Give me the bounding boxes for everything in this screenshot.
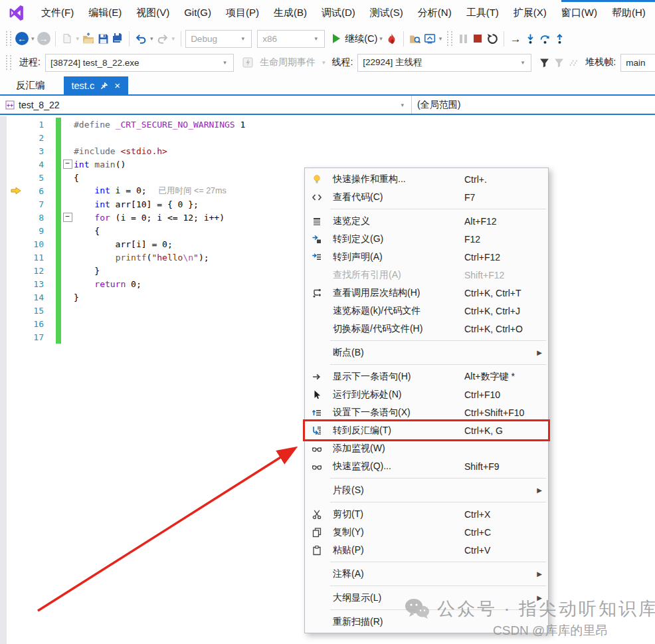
- thread-dropdown[interactable]: [22924] 主线程 ▾: [357, 54, 531, 72]
- menubar-item[interactable]: 扩展(X): [506, 7, 554, 19]
- line-number: 11: [23, 253, 48, 263]
- close-icon[interactable]: ×: [114, 80, 120, 90]
- code-text: #define _CRT_SECURE_NO_WARNINGS 1: [74, 120, 245, 130]
- menu-item[interactable]: 片段(S)▶: [305, 481, 548, 499]
- menu-item[interactable]: 转到定义(G)F12: [305, 230, 548, 248]
- restart-button[interactable]: [485, 29, 500, 48]
- menu-item[interactable]: 查看代码(C)F7: [305, 188, 548, 206]
- debug-location-toolbar: 进程: [38724] test_8_22.exe ▾ 生命周期事件 ▾ 线程:…: [0, 52, 655, 73]
- navigate-back-button[interactable]: ←: [15, 29, 29, 48]
- solution-configuration-dropdown[interactable]: Debug ▾: [185, 30, 252, 48]
- tab-test-c[interactable]: test.c ×: [64, 76, 128, 94]
- filter-threads-button[interactable]: [537, 53, 551, 72]
- pin-icon[interactable]: [100, 82, 108, 90]
- redo-button[interactable]: [155, 29, 170, 48]
- menu-item[interactable]: 快速监视(Q)...Shift+F9: [305, 457, 548, 475]
- menu-item-label: 转到定义(G): [333, 233, 383, 245]
- menu-item-label: 注释(A): [333, 568, 364, 580]
- step-into-icon: [525, 33, 536, 45]
- toolbar-separator: [504, 31, 504, 47]
- redo-dropdown-caret[interactable]: ▾: [172, 35, 175, 42]
- pause-button[interactable]: [456, 29, 470, 48]
- show-frames-with-source-button[interactable]: [566, 53, 581, 72]
- hot-reload-button[interactable]: [385, 29, 399, 48]
- menu-item[interactable]: 速览标题(k)/代码文件Ctrl+K, Ctrl+J: [305, 302, 548, 320]
- menu-item[interactable]: 粘贴(P)Ctrl+V: [305, 541, 548, 559]
- continue-dropdown-caret[interactable]: ▾: [379, 35, 383, 42]
- browser-link-button[interactable]: [422, 29, 437, 48]
- undo-button[interactable]: [134, 29, 148, 48]
- perf-tip[interactable]: 已用时间 <= 27ms: [159, 186, 227, 195]
- project-dropdown[interactable]: ++ test_8_22 ▾: [0, 96, 412, 114]
- menubar-item[interactable]: 分析(N): [411, 7, 459, 19]
- back-dropdown-caret[interactable]: ▾: [31, 35, 35, 42]
- menu-item[interactable]: 添加监视(W): [305, 439, 548, 457]
- undo-dropdown-caret[interactable]: ▾: [150, 35, 153, 42]
- save-all-button[interactable]: [110, 29, 125, 48]
- menu-item-shortcut: Ctrl+.: [464, 174, 487, 185]
- menu-item-shortcut: Ctrl+C: [464, 527, 491, 538]
- new-file-icon: [62, 33, 72, 44]
- menubar-item[interactable]: 帮助(H): [605, 7, 653, 19]
- open-file-button[interactable]: [81, 29, 96, 48]
- toolbar-separator: [181, 31, 181, 47]
- show-next-statement-button[interactable]: →: [508, 29, 523, 48]
- menu-item[interactable]: 快速操作和重构...Ctrl+.: [305, 170, 548, 188]
- menu-item[interactable]: 查看调用层次结构(H)Ctrl+K, Ctrl+T: [305, 284, 548, 302]
- scope-dropdown[interactable]: (全局范围): [412, 96, 655, 114]
- fold-collapse-box[interactable]: −: [61, 160, 74, 169]
- menubar-item[interactable]: 工具(T): [459, 7, 506, 19]
- current-statement-arrow-icon[interactable]: [0, 187, 23, 195]
- menu-item[interactable]: 转到声明(A)Ctrl+F12: [305, 248, 548, 266]
- menu-item[interactable]: 速览定义Alt+F12: [305, 212, 548, 230]
- tab-disassembly[interactable]: 反汇编: [7, 76, 54, 94]
- menubar-item[interactable]: 窗口(W): [554, 7, 605, 19]
- menu-item[interactable]: 显示下一条语句(H)Alt+数字键 *: [305, 368, 548, 385]
- menubar-item[interactable]: 文件(F): [34, 7, 81, 19]
- menubar-item[interactable]: Git(G): [177, 7, 219, 19]
- menu-item[interactable]: 切换标题/代码文件(H)Ctrl+K, Ctrl+O: [305, 320, 548, 338]
- menu-item[interactable]: 注释(A)▶: [305, 565, 548, 583]
- menu-item-label: 查找所有引用(A): [333, 269, 401, 281]
- toolbar-grip[interactable]: [6, 31, 11, 46]
- step-out-button[interactable]: [552, 29, 567, 48]
- toolbar-grip[interactable]: [6, 55, 11, 70]
- new-file-dropdown-caret[interactable]: ▾: [76, 35, 80, 42]
- save-button[interactable]: [96, 29, 110, 48]
- menu-item[interactable]: 转到反汇编(T)Ctrl+K, G: [305, 421, 548, 439]
- lifecycle-events-button[interactable]: [240, 53, 255, 72]
- menu-item-label: 查看调用层次结构(H): [333, 287, 420, 299]
- find-in-files-button[interactable]: [408, 29, 422, 48]
- stop-button[interactable]: [470, 29, 485, 48]
- menu-item[interactable]: 复制(Y)Ctrl+C: [305, 523, 548, 541]
- menu-separator: [330, 478, 546, 479]
- reset-filter-button[interactable]: [551, 53, 566, 72]
- continue-button[interactable]: 继续(C): [333, 29, 377, 48]
- submenu-arrow-icon: ▶: [537, 486, 542, 494]
- menu-item[interactable]: 剪切(T)Ctrl+X: [305, 505, 548, 523]
- menubar-item[interactable]: 调试(D): [314, 7, 363, 19]
- solution-platform-dropdown[interactable]: x86 ▾: [257, 30, 325, 48]
- navigate-forward-button[interactable]: →: [37, 29, 51, 48]
- new-file-button[interactable]: [60, 29, 74, 48]
- menubar-item[interactable]: 项目(P): [219, 7, 266, 19]
- lightbulb-icon: [310, 174, 324, 185]
- stack-frame-dropdown[interactable]: main: [620, 54, 655, 72]
- toolbar-grip[interactable]: [447, 31, 452, 46]
- step-into-button[interactable]: [523, 29, 537, 48]
- fold-collapse-box[interactable]: −: [61, 213, 74, 222]
- menubar-item[interactable]: 生成(B): [266, 7, 314, 19]
- code-text: {: [74, 226, 100, 236]
- menubar-item[interactable]: 编辑(E): [81, 7, 129, 19]
- lifecycle-dropdown-caret[interactable]: ▾: [322, 59, 326, 66]
- step-over-button[interactable]: [537, 29, 552, 48]
- menubar-item[interactable]: 视图(V): [129, 7, 177, 19]
- chevron-down-icon: ▾: [315, 35, 318, 42]
- browser-link-dropdown-caret[interactable]: ▾: [439, 35, 442, 42]
- watermark-line1: 公众号 · 指尖动听知识库: [404, 597, 655, 621]
- process-dropdown[interactable]: [38724] test_8_22.exe ▾: [45, 54, 234, 72]
- menu-item[interactable]: 设置下一条语句(X)Ctrl+Shift+F10: [305, 403, 548, 421]
- menu-item[interactable]: 断点(B)▶: [305, 344, 548, 362]
- menu-item[interactable]: 运行到光标处(N)Ctrl+F10: [305, 385, 548, 403]
- menubar-item[interactable]: 测试(S): [363, 7, 411, 19]
